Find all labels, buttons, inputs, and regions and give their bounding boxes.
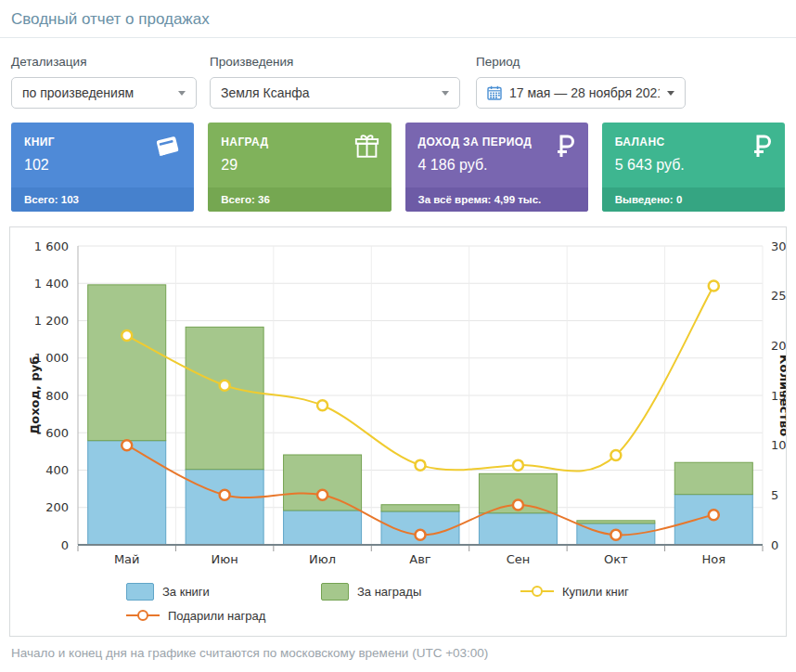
detailing-label: Детализация bbox=[11, 55, 197, 69]
book-icon bbox=[154, 133, 182, 162]
legend-label: За книги bbox=[162, 585, 210, 599]
card-footer: Всего: 103 bbox=[11, 187, 194, 212]
svg-text:800: 800 bbox=[45, 389, 69, 403]
legend-label: Подарили наград bbox=[168, 609, 265, 623]
card-period-income: ДОХОД ЗА ПЕРИОД 4 186 руб. За всё время:… bbox=[405, 123, 588, 212]
card-awards: НАГРАД 29 Всего: 36 bbox=[208, 123, 391, 212]
gifted-awards-line-marker bbox=[126, 609, 160, 622]
svg-text:600: 600 bbox=[45, 426, 69, 440]
period-value: 17 мая — 28 ноября 2021 bbox=[509, 85, 660, 100]
card-balance: БАЛАНС 5 643 руб. Выведено: 0 bbox=[602, 123, 785, 212]
svg-text:1 600: 1 600 bbox=[34, 239, 69, 253]
svg-text:1 400: 1 400 bbox=[34, 277, 69, 291]
ruble-icon bbox=[751, 133, 773, 162]
legend-item-za-nagrady[interactable]: За награды bbox=[321, 583, 520, 601]
svg-text:Доход, руб: Доход, руб bbox=[28, 356, 42, 435]
filters-bar: Детализация по произведениям Произведени… bbox=[0, 55, 796, 109]
filter-works: Произведения Земля Ксанфа bbox=[210, 55, 460, 109]
legend-label: За награды bbox=[357, 585, 421, 599]
period-picker-button[interactable]: 17 мая — 28 ноября 2021 bbox=[476, 77, 686, 109]
page-header: Сводный отчет о продажах bbox=[0, 0, 796, 38]
card-footer: Выведено: 0 bbox=[602, 187, 785, 212]
chevron-down-icon bbox=[442, 91, 449, 96]
svg-text:Июн: Июн bbox=[212, 552, 238, 566]
svg-text:200: 200 bbox=[45, 500, 69, 514]
calendar-icon bbox=[487, 85, 502, 100]
svg-text:5: 5 bbox=[771, 488, 778, 502]
legend-item-podarili-nagrad[interactable]: Подарили наград bbox=[126, 609, 265, 623]
svg-text:Ноя: Ноя bbox=[702, 552, 726, 566]
detailing-value: по произведениям bbox=[22, 85, 171, 100]
legend-item-kupili-knig[interactable]: Купили книг bbox=[520, 585, 629, 599]
svg-text:20: 20 bbox=[771, 339, 786, 353]
svg-text:Май: Май bbox=[114, 552, 140, 566]
svg-text:10: 10 bbox=[771, 438, 786, 452]
legend-label: Купили книг bbox=[562, 585, 629, 599]
page-title: Сводный отчет о продажах bbox=[11, 10, 785, 29]
bought-books-line-marker bbox=[520, 585, 554, 598]
books-bar-swatch bbox=[126, 583, 154, 601]
svg-text:Авг: Авг bbox=[409, 552, 431, 566]
svg-text:Окт: Окт bbox=[604, 552, 628, 566]
svg-text:25: 25 bbox=[771, 289, 786, 303]
works-value: Земля Ксанфа bbox=[221, 85, 434, 100]
card-footer: За всё время: 4,99 тыс. bbox=[405, 187, 588, 212]
stat-cards: КНИГ 102 Всего: 103 НАГРАД 29 bbox=[0, 123, 796, 212]
chevron-down-icon bbox=[667, 91, 674, 96]
filter-period: Период 17 мая — 28 ноября 2021 bbox=[476, 55, 686, 109]
svg-text:1 200: 1 200 bbox=[34, 314, 69, 328]
svg-text:0: 0 bbox=[61, 538, 69, 552]
timezone-note: Начало и конец дня на графике считаются … bbox=[11, 646, 785, 660]
svg-text:Количество: Количество bbox=[777, 355, 786, 436]
chevron-down-icon bbox=[178, 91, 186, 96]
awards-bar-swatch bbox=[321, 583, 349, 601]
period-label: Период bbox=[476, 55, 686, 69]
works-select[interactable]: Земля Ксанфа bbox=[210, 77, 460, 109]
works-label: Произведения bbox=[210, 55, 460, 69]
filter-detailing: Детализация по произведениям bbox=[11, 55, 197, 109]
gift-icon bbox=[354, 133, 379, 162]
detailing-select[interactable]: по произведениям bbox=[11, 77, 197, 109]
card-books: КНИГ 102 Всего: 103 bbox=[11, 123, 194, 212]
ruble-icon bbox=[554, 133, 576, 162]
card-footer: Всего: 36 bbox=[208, 187, 391, 212]
svg-text:0: 0 bbox=[771, 538, 778, 552]
sales-chart-panel: 02004006008001 0001 2001 4001 6000510152… bbox=[9, 226, 787, 637]
combo-chart[interactable]: 02004006008001 0001 2001 4001 6000510152… bbox=[10, 227, 786, 573]
svg-text:Сен: Сен bbox=[507, 552, 531, 566]
svg-text:400: 400 bbox=[45, 463, 69, 477]
svg-text:Июл: Июл bbox=[309, 552, 336, 566]
legend-item-za-knigi[interactable]: За книги bbox=[126, 583, 321, 601]
svg-text:30: 30 bbox=[771, 239, 786, 253]
chart-legend: За книги За награды Купили книг Подарили… bbox=[10, 579, 786, 627]
